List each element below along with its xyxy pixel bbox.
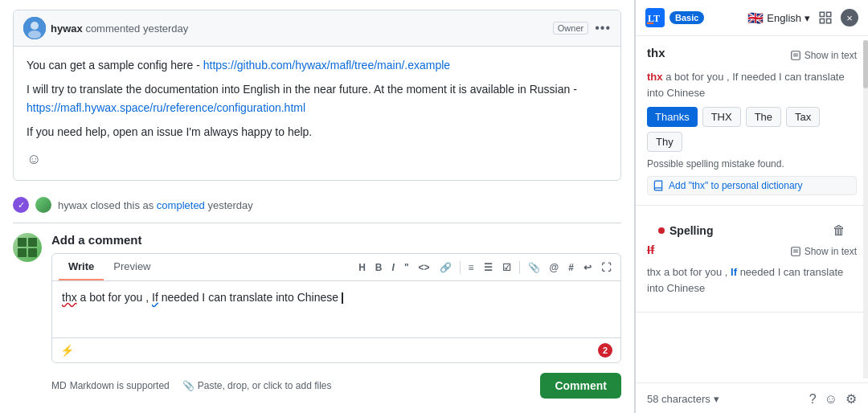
- suggestion-thanks[interactable]: Thanks: [647, 107, 698, 127]
- lt-issue-word-2: If: [647, 243, 654, 256]
- comment-meta: hywax commented yesterday: [51, 22, 188, 35]
- tab-write[interactable]: Write: [59, 254, 104, 280]
- lt-issue-word-1: thx: [647, 46, 665, 59]
- svg-rect-6: [820, 12, 824, 16]
- chevron-down-icon-footer: ▾: [714, 393, 719, 405]
- suggestion-tax[interactable]: Tax: [786, 107, 820, 127]
- comment-footer: MD Markdown is supported 📎 Paste, drop, …: [51, 366, 621, 405]
- toolbar-heading[interactable]: H: [355, 260, 369, 275]
- toolbar-fullscreen[interactable]: ⛶: [598, 260, 614, 275]
- comment-paragraph-1: You can get a sample config here - https…: [27, 56, 608, 74]
- comment-body: You can get a sample config here - https…: [14, 47, 620, 180]
- comment-editor-wrapper: Add a comment Write Preview H B I " <>: [51, 233, 621, 405]
- lt-show-in-text-2[interactable]: Show in text: [790, 246, 857, 257]
- editor-content[interactable]: thx a bot for you , If needed I can tran…: [52, 281, 620, 337]
- lt-help-icon[interactable]: ?: [809, 392, 817, 407]
- clip-icon: 📎: [182, 380, 194, 391]
- toolbar-link[interactable]: 🔗: [436, 260, 455, 275]
- suggestion-thx[interactable]: THX: [702, 107, 741, 127]
- lt-footer: 58 characters ▾ ? ☺ ⚙: [636, 382, 868, 413]
- svg-rect-9: [827, 19, 831, 23]
- svg-rect-7: [827, 12, 831, 16]
- comment-submit-button[interactable]: Comment: [540, 373, 621, 399]
- toolbar-bold[interactable]: B: [372, 260, 386, 275]
- suggestion-thy[interactable]: Thy: [647, 132, 682, 152]
- toolbar-code[interactable]: <>: [416, 260, 433, 275]
- editor-footer-row: ⚡ 2: [52, 337, 620, 362]
- lt-content: thx Show in text thx a bot for you , If …: [636, 36, 868, 382]
- svg-text:LT: LT: [648, 13, 660, 24]
- misspelled-word-if: If: [152, 291, 158, 304]
- right-panel: LT Basic 🇬🇧 English ▾ × thx: [635, 0, 868, 413]
- comment-header: hywax commented yesterday Owner •••: [14, 10, 620, 47]
- more-options-button[interactable]: •••: [595, 21, 611, 35]
- toolbar-ref[interactable]: #: [565, 260, 577, 275]
- toolbar-attach[interactable]: 📎: [525, 260, 543, 275]
- add-comment-title: Add a comment: [51, 233, 621, 247]
- lt-delete-button-2[interactable]: 🗑: [833, 223, 845, 238]
- power-icon[interactable]: ⚡: [60, 344, 74, 357]
- toolbar-task[interactable]: ☑: [499, 260, 514, 275]
- comment-paragraph-3: If you need help, open an issue I'm alwa…: [27, 123, 608, 141]
- markdown-note: MD Markdown is supported: [51, 380, 170, 391]
- toolbar-italic[interactable]: I: [389, 260, 398, 275]
- toolbar-mention[interactable]: @: [547, 260, 563, 275]
- lt-close-button[interactable]: ×: [841, 9, 858, 27]
- avatar-quad-2: [28, 238, 37, 247]
- paste-note: 📎 Paste, drop, or click to add files: [182, 380, 332, 391]
- toolbar-ul[interactable]: ☰: [481, 260, 496, 275]
- lt-settings-panel-button[interactable]: [817, 9, 834, 27]
- toolbar-ol[interactable]: ≡: [465, 260, 477, 275]
- lt-scrollbar-track: [863, 40, 868, 378]
- lt-settings-icon[interactable]: ⚙: [845, 391, 857, 407]
- markdown-icon: MD: [51, 380, 67, 391]
- lt-header-right: 🇬🇧 English ▾ ×: [747, 9, 858, 27]
- avatar-quad-4: [28, 248, 37, 257]
- timeline-text: hywax closed this as completed yesterday: [58, 199, 253, 211]
- svg-point-1: [31, 22, 39, 30]
- lt-footer-icons: ? ☺ ⚙: [809, 391, 857, 407]
- toolbar-blockquote[interactable]: ": [401, 260, 412, 275]
- lt-add-dict-button[interactable]: Add "thx" to personal dictionary: [647, 176, 857, 195]
- lt-suggestions-1: Thanks THX The Tax Thy: [647, 107, 857, 152]
- comment-editor-box: Write Preview H B I " <> 🔗 ≡ ☰: [51, 253, 621, 363]
- comment-footer-notes: MD Markdown is supported 📎 Paste, drop, …: [51, 380, 331, 391]
- comment-paragraph-2: I will try to translate the documentatio…: [27, 80, 608, 117]
- lt-section-header-2: Spelling 🗑: [647, 215, 857, 243]
- completed-link[interactable]: completed: [157, 199, 205, 211]
- left-panel: hywax commented yesterday Owner ••• You …: [0, 0, 635, 413]
- avatar-quad-1: [18, 238, 27, 247]
- lt-show-in-text-1[interactable]: Show in text: [790, 50, 857, 61]
- show-text-icon: [790, 50, 801, 61]
- add-comment-header: Add a comment Write Preview H B I " <>: [13, 233, 621, 405]
- comment-author: hywax: [51, 22, 83, 35]
- user-avatar: [13, 233, 42, 262]
- toolbar-sep-1: [460, 261, 461, 274]
- lt-char-count-label: 58 characters: [647, 393, 710, 405]
- lt-char-count[interactable]: 58 characters ▾: [647, 393, 719, 405]
- lt-scrollbar-thumb[interactable]: [863, 40, 868, 88]
- tab-preview[interactable]: Preview: [104, 254, 160, 280]
- comment-action: commented yesterday: [85, 22, 188, 35]
- timeline-avatar: [35, 197, 51, 213]
- editor-footer-icons: ⚡: [60, 344, 74, 357]
- config-link[interactable]: https://github.com/hywax/mafl/tree/main/…: [203, 59, 450, 72]
- lt-language-selector[interactable]: 🇬🇧 English ▾: [747, 10, 810, 26]
- lt-section-title-2: Spelling: [658, 224, 713, 237]
- lt-emoji-icon[interactable]: ☺: [825, 392, 837, 407]
- reference-link[interactable]: https://mafl.hywax.space/ru/reference/co…: [27, 101, 305, 114]
- lt-issue-word-inline-2: If: [647, 243, 654, 260]
- lt-issue-header-1: thx Show in text: [647, 46, 857, 64]
- timeline-divider: [13, 223, 621, 223]
- suggestion-the[interactable]: The: [746, 107, 781, 127]
- emoji-reaction-button[interactable]: ☺: [27, 148, 608, 171]
- editor-text: thx a bot for you , If needed I can tran…: [62, 289, 611, 306]
- toolbar-undo[interactable]: ↩: [580, 260, 595, 275]
- svg-point-2: [28, 31, 41, 39]
- add-comment-section: Add a comment Write Preview H B I " <>: [13, 233, 621, 405]
- lt-spelling-note-1: Possible spelling mistake found.: [647, 158, 857, 170]
- lt-show-text-label-1: Show in text: [805, 50, 857, 61]
- lt-language-label: English: [767, 12, 801, 24]
- timeline-item: ✓ hywax closed this as completed yesterd…: [0, 190, 634, 219]
- lt-issue-context-2: thx a bot for you , If needed I can tran…: [647, 264, 857, 296]
